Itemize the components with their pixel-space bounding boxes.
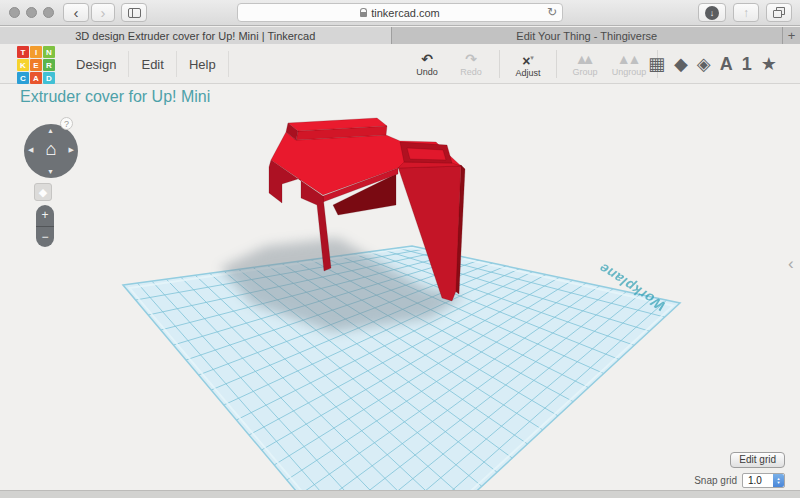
zoom-in-button[interactable]: + <box>36 205 54 227</box>
solid-shape-icon[interactable]: ◆ <box>674 53 688 75</box>
app-header: TINKERCAD DesignEditHelp ↶ Undo ↷ Redo ×… <box>0 44 800 84</box>
shape-icon-strip: ▦◆◈A1★ <box>638 44 777 84</box>
menu-item-help[interactable]: Help <box>177 44 228 84</box>
tab-tinkercad[interactable]: 3D design Extruder cover for Up! Mini | … <box>0 27 392 44</box>
app-menu: DesignEditHelp <box>64 44 229 84</box>
sidebar-button[interactable] <box>121 3 147 22</box>
zoom-control: + − <box>36 205 54 247</box>
text-tool-icon[interactable]: A <box>720 54 733 75</box>
sidebar-icon <box>128 8 141 18</box>
refresh-icon[interactable]: ↻ <box>547 5 557 19</box>
orbit-down-icon[interactable]: ▼ <box>47 168 54 175</box>
address-text: tinkercad.com <box>371 7 439 19</box>
logo-cell: I <box>30 46 42 58</box>
tab-title: Edit Your Thing - Thingiverse <box>516 30 657 42</box>
group-button[interactable]: ▲▲ Group <box>563 52 607 77</box>
design-title: Extruder cover for Up! Mini <box>20 88 210 106</box>
logo-cell: R <box>43 59 55 71</box>
collapse-panel-icon[interactable]: ‹ <box>788 254 794 274</box>
back-button[interactable]: ‹ <box>63 3 89 22</box>
traffic-lights <box>9 7 54 18</box>
lock-icon <box>360 12 367 17</box>
menu-separator <box>228 51 229 77</box>
undo-button[interactable]: ↶ Undo <box>405 52 449 77</box>
viewport: Extruder cover for Up! Mini Workplane ▲ … <box>0 84 800 498</box>
forward-button[interactable]: › <box>91 3 115 22</box>
number-tool-icon[interactable]: 1 <box>742 54 752 75</box>
adjust-button[interactable]: ×▾ Adjust <box>506 50 550 79</box>
address-bar[interactable]: tinkercad.com ↻ <box>237 3 563 22</box>
new-tab-button[interactable]: + <box>783 27 800 44</box>
logo-cell: N <box>43 46 55 58</box>
orbit-up-icon[interactable]: ▲ <box>47 127 54 134</box>
stepper-icon[interactable]: ▲▼ <box>773 474 784 487</box>
orbit-control[interactable]: ▲ ▼ ◀ ▶ ⌂ <box>24 124 78 178</box>
logo-cell: K <box>17 59 29 71</box>
tinkercad-logo[interactable]: TINKERCAD <box>17 46 55 84</box>
downloads-button[interactable]: ↓ <box>698 3 726 22</box>
redo-icon: ↷ <box>465 52 477 67</box>
tab-title: 3D design Extruder cover for Up! Mini | … <box>75 30 315 42</box>
undo-icon: ↶ <box>421 52 433 67</box>
edit-grid-button[interactable]: Edit grid <box>730 452 785 468</box>
pocket-floor <box>407 148 446 160</box>
logo-cell: A <box>30 72 42 84</box>
tab-thingiverse[interactable]: Edit Your Thing - Thingiverse <box>392 27 784 44</box>
show-tabs-button[interactable] <box>766 3 792 22</box>
logo-cell: C <box>17 72 29 84</box>
cube-icon: ◆ <box>39 186 47 199</box>
zoom-out-button[interactable]: − <box>36 227 54 248</box>
download-icon: ↓ <box>705 6 719 20</box>
menu-item-edit[interactable]: Edit <box>129 44 175 84</box>
tab-bar: 3D design Extruder cover for Up! Mini | … <box>0 27 800 44</box>
workplane-grid-icon[interactable]: ▦ <box>648 53 665 75</box>
browser-titlebar: ‹ › tinkercad.com ↻ ↓ ↑ <box>0 0 800 26</box>
snap-grid-label: Snap grid <box>694 475 737 486</box>
snap-grid-select[interactable]: 1.0 ▲▼ <box>742 473 785 488</box>
logo-cell: T <box>17 46 29 58</box>
hole-shape-icon[interactable]: ◈ <box>697 53 711 75</box>
redo-button[interactable]: ↷ Redo <box>449 52 493 77</box>
share-button[interactable]: ↑ <box>733 3 759 22</box>
logo-cell: E <box>30 59 42 71</box>
tabs-overview-icon <box>773 10 782 18</box>
adjust-icon: ×▾ <box>522 50 534 69</box>
minimize-window-button[interactable] <box>26 7 37 18</box>
logo-cell: D <box>43 72 55 84</box>
caret-down-icon: ▾ <box>530 54 534 61</box>
menu-item-design[interactable]: Design <box>64 44 128 84</box>
help-button[interactable]: ? <box>60 117 73 130</box>
home-view-icon[interactable]: ⌂ <box>24 139 78 159</box>
favorites-icon[interactable]: ★ <box>761 53 777 75</box>
window-bottom-bar <box>0 490 800 498</box>
group-icon: ▲▲ <box>575 52 596 67</box>
maximize-window-button[interactable] <box>43 7 54 18</box>
close-window-button[interactable] <box>9 7 20 18</box>
scene-canvas[interactable] <box>0 84 800 498</box>
snap-grid-value: 1.0 <box>748 475 762 486</box>
default-view-button[interactable]: ◆ <box>34 183 52 201</box>
